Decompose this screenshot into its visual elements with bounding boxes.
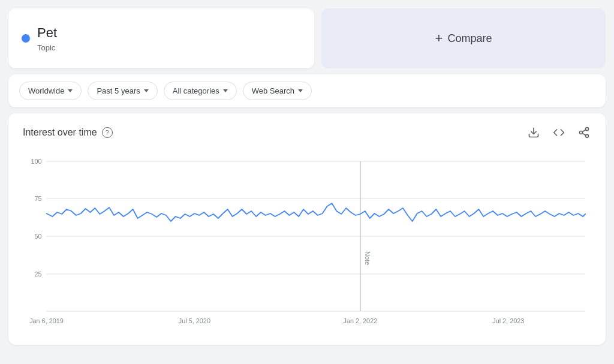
x-label-3: Jan 2, 2022: [344, 317, 378, 324]
compare-card[interactable]: + Compare: [321, 8, 606, 68]
chart-header: Interest over time ?: [23, 125, 591, 140]
x-label-4: Jul 2, 2023: [492, 317, 524, 324]
chart-actions: [526, 125, 591, 140]
topic-card: Pet Topic: [8, 8, 314, 68]
share-icon: [578, 127, 590, 139]
chart-section: Interest over time ?: [8, 113, 606, 345]
chevron-down-icon: [144, 89, 149, 92]
download-icon: [528, 127, 540, 139]
chart-container: 100 75 50 25 Jan 6, 2019 Jul 5, 2020 Jan…: [23, 149, 591, 335]
trend-chart: 100 75 50 25 Jan 6, 2019 Jul 5, 2020 Jan…: [23, 149, 591, 335]
chevron-down-icon: [68, 89, 73, 92]
chevron-down-icon: [298, 89, 303, 92]
y-label-50: 50: [35, 233, 42, 240]
region-filter[interactable]: Worldwide: [19, 82, 82, 100]
filter-row: Worldwide Past 5 years All categories We…: [8, 74, 606, 107]
y-label-100: 100: [31, 158, 41, 165]
time-filter[interactable]: Past 5 years: [88, 82, 157, 100]
topic-text: Pet Topic: [37, 25, 57, 52]
chevron-down-icon: [223, 89, 228, 92]
topic-type: Topic: [37, 43, 57, 52]
category-filter[interactable]: All categories: [164, 82, 237, 100]
embed-button[interactable]: [552, 125, 566, 140]
compare-plus-icon: +: [435, 31, 443, 46]
y-label-25: 25: [35, 270, 42, 278]
embed-icon: [553, 127, 565, 139]
help-icon[interactable]: ?: [102, 127, 113, 138]
region-filter-label: Worldwide: [28, 86, 64, 95]
y-label-75: 75: [35, 195, 42, 202]
note-text: Note: [364, 251, 371, 265]
time-filter-label: Past 5 years: [97, 86, 140, 95]
download-button[interactable]: [526, 125, 541, 140]
x-label-2: Jul 5, 2020: [179, 317, 210, 324]
category-filter-label: All categories: [173, 86, 219, 95]
x-label-1: Jan 6, 2019: [29, 317, 64, 324]
search-type-filter[interactable]: Web Search: [243, 82, 312, 100]
topic-dot: [22, 34, 30, 43]
svg-line-5: [582, 130, 586, 131]
svg-line-4: [582, 133, 586, 135]
share-button[interactable]: [577, 125, 591, 140]
chart-title-group: Interest over time ?: [23, 127, 113, 138]
chart-title: Interest over time: [23, 127, 97, 138]
topic-name: Pet: [37, 25, 57, 42]
trend-polyline: [47, 203, 586, 221]
compare-label: Compare: [447, 32, 492, 45]
search-type-filter-label: Web Search: [252, 86, 294, 95]
